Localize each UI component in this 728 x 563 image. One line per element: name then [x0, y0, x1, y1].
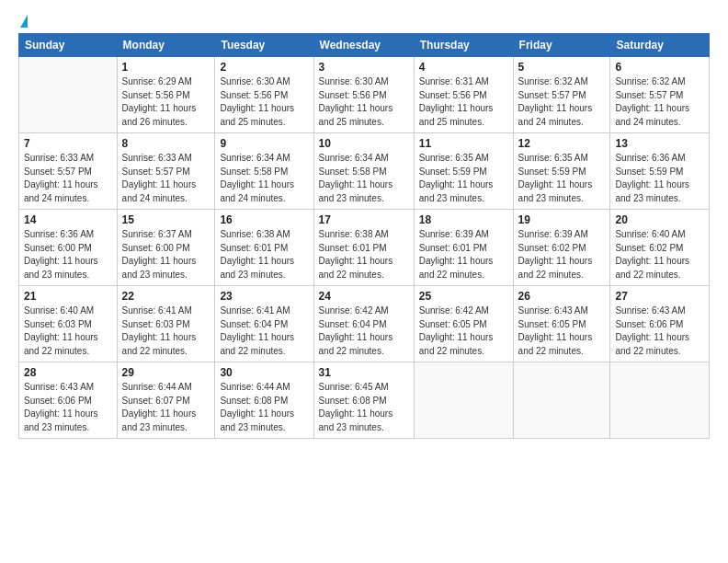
calendar-cell: 29Sunrise: 6:44 AMSunset: 6:07 PMDayligh… [117, 362, 215, 439]
day-number: 27 [615, 290, 704, 303]
day-number: 30 [220, 366, 308, 379]
day-info: Sunrise: 6:43 AMSunset: 6:06 PMDaylight:… [615, 305, 689, 356]
day-number: 20 [615, 213, 704, 226]
day-info: Sunrise: 6:30 AMSunset: 5:56 PMDaylight:… [319, 76, 393, 127]
day-info: Sunrise: 6:39 AMSunset: 6:01 PMDaylight:… [419, 229, 494, 280]
calendar-week-row: 1Sunrise: 6:29 AMSunset: 5:56 PMDaylight… [19, 57, 710, 133]
day-number: 15 [122, 213, 210, 226]
logo-triangle-icon [20, 15, 28, 28]
calendar-header-tuesday: Tuesday [215, 34, 313, 57]
day-number: 4 [419, 61, 508, 74]
day-info: Sunrise: 6:43 AMSunset: 6:06 PMDaylight:… [24, 382, 98, 432]
calendar-cell: 19Sunrise: 6:39 AMSunset: 6:02 PMDayligh… [513, 210, 610, 286]
day-number: 7 [24, 137, 112, 150]
calendar-cell: 10Sunrise: 6:34 AMSunset: 5:58 PMDayligh… [313, 133, 414, 210]
day-info: Sunrise: 6:41 AMSunset: 6:03 PMDaylight:… [122, 305, 197, 356]
day-info: Sunrise: 6:35 AMSunset: 5:59 PMDaylight:… [419, 153, 494, 203]
day-info: Sunrise: 6:42 AMSunset: 6:05 PMDaylight:… [419, 305, 494, 356]
day-number: 10 [319, 137, 409, 150]
calendar-cell: 4Sunrise: 6:31 AMSunset: 5:56 PMDaylight… [414, 57, 513, 133]
day-info: Sunrise: 6:38 AMSunset: 6:01 PMDaylight:… [319, 229, 393, 280]
calendar-cell: 28Sunrise: 6:43 AMSunset: 6:06 PMDayligh… [19, 362, 118, 439]
page: SundayMondayTuesdayWednesdayThursdayFrid… [0, 0, 728, 563]
day-info: Sunrise: 6:30 AMSunset: 5:56 PMDaylight:… [220, 76, 294, 127]
day-number: 28 [24, 366, 112, 379]
calendar-cell: 20Sunrise: 6:40 AMSunset: 6:02 PMDayligh… [610, 210, 710, 286]
logo [18, 15, 28, 28]
calendar-cell: 13Sunrise: 6:36 AMSunset: 5:59 PMDayligh… [610, 133, 710, 210]
day-number: 22 [122, 290, 210, 303]
day-number: 23 [220, 290, 308, 303]
calendar-cell [19, 57, 118, 133]
calendar-cell: 18Sunrise: 6:39 AMSunset: 6:01 PMDayligh… [414, 210, 513, 286]
day-number: 29 [122, 366, 210, 379]
calendar-header-monday: Monday [117, 34, 215, 57]
day-info: Sunrise: 6:42 AMSunset: 6:04 PMDaylight:… [319, 305, 393, 356]
day-number: 17 [319, 213, 409, 226]
calendar-cell: 7Sunrise: 6:33 AMSunset: 5:57 PMDaylight… [19, 133, 118, 210]
day-info: Sunrise: 6:39 AMSunset: 6:02 PMDaylight:… [518, 229, 593, 280]
calendar-cell: 31Sunrise: 6:45 AMSunset: 6:08 PMDayligh… [313, 362, 414, 439]
calendar-cell: 30Sunrise: 6:44 AMSunset: 6:08 PMDayligh… [215, 362, 313, 439]
day-info: Sunrise: 6:31 AMSunset: 5:56 PMDaylight:… [419, 76, 494, 127]
calendar-week-row: 14Sunrise: 6:36 AMSunset: 6:00 PMDayligh… [19, 210, 710, 286]
calendar-cell [414, 362, 513, 439]
day-info: Sunrise: 6:38 AMSunset: 6:01 PMDaylight:… [220, 229, 294, 280]
calendar-table: SundayMondayTuesdayWednesdayThursdayFrid… [18, 33, 710, 439]
day-info: Sunrise: 6:36 AMSunset: 5:59 PMDaylight:… [615, 153, 689, 203]
day-number: 24 [319, 290, 409, 303]
calendar-cell: 23Sunrise: 6:41 AMSunset: 6:04 PMDayligh… [215, 286, 313, 362]
calendar-cell: 2Sunrise: 6:30 AMSunset: 5:56 PMDaylight… [215, 57, 313, 133]
day-number: 11 [419, 137, 508, 150]
day-number: 12 [518, 137, 606, 150]
calendar-cell: 22Sunrise: 6:41 AMSunset: 6:03 PMDayligh… [117, 286, 215, 362]
calendar-cell: 26Sunrise: 6:43 AMSunset: 6:05 PMDayligh… [513, 286, 610, 362]
day-number: 2 [220, 61, 308, 74]
day-number: 13 [615, 137, 704, 150]
calendar-cell: 27Sunrise: 6:43 AMSunset: 6:06 PMDayligh… [610, 286, 710, 362]
calendar-cell [610, 362, 710, 439]
header [18, 15, 710, 28]
calendar-header-friday: Friday [513, 34, 610, 57]
day-info: Sunrise: 6:33 AMSunset: 5:57 PMDaylight:… [24, 153, 98, 203]
calendar-header-saturday: Saturday [610, 34, 710, 57]
day-info: Sunrise: 6:36 AMSunset: 6:00 PMDaylight:… [24, 229, 98, 280]
calendar-week-row: 21Sunrise: 6:40 AMSunset: 6:03 PMDayligh… [19, 286, 710, 362]
calendar-week-row: 7Sunrise: 6:33 AMSunset: 5:57 PMDaylight… [19, 133, 710, 210]
day-info: Sunrise: 6:34 AMSunset: 5:58 PMDaylight:… [319, 153, 393, 203]
calendar-cell: 3Sunrise: 6:30 AMSunset: 5:56 PMDaylight… [313, 57, 414, 133]
day-info: Sunrise: 6:40 AMSunset: 6:03 PMDaylight:… [24, 305, 98, 356]
calendar-cell: 16Sunrise: 6:38 AMSunset: 6:01 PMDayligh… [215, 210, 313, 286]
day-number: 9 [220, 137, 308, 150]
day-info: Sunrise: 6:43 AMSunset: 6:05 PMDaylight:… [518, 305, 593, 356]
day-info: Sunrise: 6:32 AMSunset: 5:57 PMDaylight:… [615, 76, 689, 127]
day-info: Sunrise: 6:45 AMSunset: 6:08 PMDaylight:… [319, 382, 393, 432]
day-number: 18 [419, 213, 508, 226]
calendar-cell: 8Sunrise: 6:33 AMSunset: 5:57 PMDaylight… [117, 133, 215, 210]
day-info: Sunrise: 6:37 AMSunset: 6:00 PMDaylight:… [122, 229, 197, 280]
day-number: 21 [24, 290, 112, 303]
calendar-cell: 5Sunrise: 6:32 AMSunset: 5:57 PMDaylight… [513, 57, 610, 133]
calendar-header-thursday: Thursday [414, 34, 513, 57]
day-number: 19 [518, 213, 606, 226]
day-info: Sunrise: 6:41 AMSunset: 6:04 PMDaylight:… [220, 305, 294, 356]
day-info: Sunrise: 6:40 AMSunset: 6:02 PMDaylight:… [615, 229, 689, 280]
calendar-header-wednesday: Wednesday [313, 34, 414, 57]
calendar-cell: 15Sunrise: 6:37 AMSunset: 6:00 PMDayligh… [117, 210, 215, 286]
day-number: 6 [615, 61, 704, 74]
calendar-cell: 21Sunrise: 6:40 AMSunset: 6:03 PMDayligh… [19, 286, 118, 362]
calendar-week-row: 28Sunrise: 6:43 AMSunset: 6:06 PMDayligh… [19, 362, 710, 439]
calendar-cell: 14Sunrise: 6:36 AMSunset: 6:00 PMDayligh… [19, 210, 118, 286]
day-info: Sunrise: 6:29 AMSunset: 5:56 PMDaylight:… [122, 76, 197, 127]
calendar-cell: 6Sunrise: 6:32 AMSunset: 5:57 PMDaylight… [610, 57, 710, 133]
day-number: 5 [518, 61, 606, 74]
calendar-cell: 25Sunrise: 6:42 AMSunset: 6:05 PMDayligh… [414, 286, 513, 362]
calendar-cell: 12Sunrise: 6:35 AMSunset: 5:59 PMDayligh… [513, 133, 610, 210]
calendar-cell: 11Sunrise: 6:35 AMSunset: 5:59 PMDayligh… [414, 133, 513, 210]
day-info: Sunrise: 6:33 AMSunset: 5:57 PMDaylight:… [122, 153, 197, 203]
day-number: 16 [220, 213, 308, 226]
day-number: 25 [419, 290, 508, 303]
calendar-cell: 17Sunrise: 6:38 AMSunset: 6:01 PMDayligh… [313, 210, 414, 286]
day-number: 26 [518, 290, 606, 303]
calendar-header-row: SundayMondayTuesdayWednesdayThursdayFrid… [19, 34, 710, 57]
